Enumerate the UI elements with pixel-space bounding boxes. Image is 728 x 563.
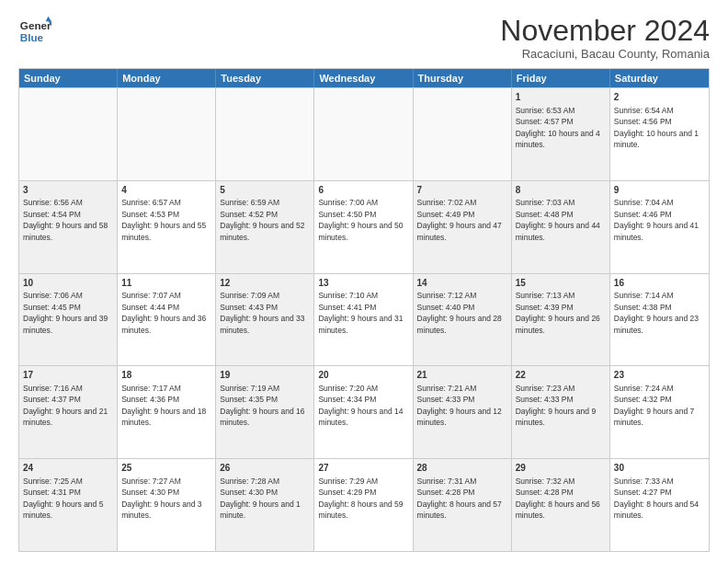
day-number: 20 xyxy=(318,369,408,382)
cell-info: Sunrise: 7:07 AM Sunset: 4:44 PM Dayligh… xyxy=(121,291,206,334)
header-wednesday: Wednesday xyxy=(314,69,413,87)
calendar-header: Sunday Monday Tuesday Wednesday Thursday… xyxy=(19,69,709,87)
cal-cell-1-0: 3Sunrise: 6:56 AM Sunset: 4:54 PM Daylig… xyxy=(19,181,118,273)
cal-cell-4-2: 26Sunrise: 7:28 AM Sunset: 4:30 PM Dayli… xyxy=(216,459,314,551)
logo: General Blue xyxy=(18,15,51,48)
day-number: 26 xyxy=(220,462,310,475)
cell-info: Sunrise: 7:32 AM Sunset: 4:28 PM Dayligh… xyxy=(516,477,600,520)
calendar-body: 1Sunrise: 6:53 AM Sunset: 4:57 PM Daylig… xyxy=(19,87,709,551)
calendar: Sunday Monday Tuesday Wednesday Thursday… xyxy=(18,68,710,552)
day-number: 5 xyxy=(220,184,310,197)
day-number: 29 xyxy=(516,462,606,475)
page: General Blue November 2024 Racaciuni, Ba… xyxy=(0,0,728,563)
cell-info: Sunrise: 7:33 AM Sunset: 4:27 PM Dayligh… xyxy=(614,477,699,520)
cell-info: Sunrise: 7:03 AM Sunset: 4:48 PM Dayligh… xyxy=(516,198,600,241)
day-number: 21 xyxy=(417,369,507,382)
cal-cell-3-2: 19Sunrise: 7:19 AM Sunset: 4:35 PM Dayli… xyxy=(216,366,314,458)
cell-info: Sunrise: 7:09 AM Sunset: 4:43 PM Dayligh… xyxy=(220,291,304,334)
header-saturday: Saturday xyxy=(610,69,709,87)
cell-info: Sunrise: 7:13 AM Sunset: 4:39 PM Dayligh… xyxy=(516,291,600,334)
cell-info: Sunrise: 7:16 AM Sunset: 4:37 PM Dayligh… xyxy=(23,384,108,427)
day-number: 19 xyxy=(220,369,310,382)
cal-cell-0-6: 2Sunrise: 6:54 AM Sunset: 4:56 PM Daylig… xyxy=(610,88,709,180)
calendar-row-0: 1Sunrise: 6:53 AM Sunset: 4:57 PM Daylig… xyxy=(19,87,709,180)
day-number: 2 xyxy=(614,91,705,104)
cal-cell-2-2: 12Sunrise: 7:09 AM Sunset: 4:43 PM Dayli… xyxy=(216,274,314,366)
header-friday: Friday xyxy=(512,69,610,87)
day-number: 8 xyxy=(516,184,606,197)
cell-info: Sunrise: 7:19 AM Sunset: 4:35 PM Dayligh… xyxy=(220,384,304,427)
day-number: 18 xyxy=(121,369,211,382)
day-number: 16 xyxy=(614,277,705,290)
cell-info: Sunrise: 7:04 AM Sunset: 4:46 PM Dayligh… xyxy=(614,198,699,241)
cell-info: Sunrise: 7:28 AM Sunset: 4:30 PM Dayligh… xyxy=(220,477,300,520)
cell-info: Sunrise: 7:27 AM Sunset: 4:30 PM Dayligh… xyxy=(121,477,201,520)
month-title: November 2024 xyxy=(500,15,710,47)
day-number: 14 xyxy=(417,277,507,290)
header-monday: Monday xyxy=(118,69,216,87)
day-number: 15 xyxy=(516,277,606,290)
calendar-row-3: 17Sunrise: 7:16 AM Sunset: 4:37 PM Dayli… xyxy=(19,365,709,458)
cal-cell-2-3: 13Sunrise: 7:10 AM Sunset: 4:41 PM Dayli… xyxy=(314,274,413,366)
cal-cell-2-5: 15Sunrise: 7:13 AM Sunset: 4:39 PM Dayli… xyxy=(512,274,610,366)
cell-info: Sunrise: 6:56 AM Sunset: 4:54 PM Dayligh… xyxy=(23,198,108,241)
cal-cell-1-5: 8Sunrise: 7:03 AM Sunset: 4:48 PM Daylig… xyxy=(512,181,610,273)
cell-info: Sunrise: 7:20 AM Sunset: 4:34 PM Dayligh… xyxy=(318,384,403,427)
cal-cell-4-5: 29Sunrise: 7:32 AM Sunset: 4:28 PM Dayli… xyxy=(512,459,610,551)
day-number: 30 xyxy=(614,462,705,475)
cell-info: Sunrise: 7:29 AM Sunset: 4:29 PM Dayligh… xyxy=(318,477,403,520)
day-number: 17 xyxy=(23,369,113,382)
cal-cell-0-3 xyxy=(314,88,413,180)
day-number: 12 xyxy=(220,277,310,290)
cal-cell-0-1 xyxy=(118,88,216,180)
calendar-row-2: 10Sunrise: 7:06 AM Sunset: 4:45 PM Dayli… xyxy=(19,273,709,366)
day-number: 28 xyxy=(417,462,507,475)
cell-info: Sunrise: 7:25 AM Sunset: 4:31 PM Dayligh… xyxy=(23,477,103,520)
location-subtitle: Racaciuni, Bacau County, Romania xyxy=(500,47,710,61)
cal-cell-2-0: 10Sunrise: 7:06 AM Sunset: 4:45 PM Dayli… xyxy=(19,274,118,366)
cell-info: Sunrise: 7:00 AM Sunset: 4:50 PM Dayligh… xyxy=(318,198,403,241)
cell-info: Sunrise: 7:23 AM Sunset: 4:33 PM Dayligh… xyxy=(516,384,596,427)
cell-info: Sunrise: 7:10 AM Sunset: 4:41 PM Dayligh… xyxy=(318,291,403,334)
header-tuesday: Tuesday xyxy=(216,69,314,87)
day-number: 3 xyxy=(23,184,113,197)
day-number: 1 xyxy=(516,91,606,104)
cell-info: Sunrise: 7:06 AM Sunset: 4:45 PM Dayligh… xyxy=(23,291,108,334)
cal-cell-1-3: 6Sunrise: 7:00 AM Sunset: 4:50 PM Daylig… xyxy=(314,181,413,273)
cal-cell-1-2: 5Sunrise: 6:59 AM Sunset: 4:52 PM Daylig… xyxy=(216,181,314,273)
cal-cell-3-5: 22Sunrise: 7:23 AM Sunset: 4:33 PM Dayli… xyxy=(512,366,610,458)
cell-info: Sunrise: 7:14 AM Sunset: 4:38 PM Dayligh… xyxy=(614,291,699,334)
cell-info: Sunrise: 7:02 AM Sunset: 4:49 PM Dayligh… xyxy=(417,198,502,241)
cal-cell-1-4: 7Sunrise: 7:02 AM Sunset: 4:49 PM Daylig… xyxy=(414,181,512,273)
calendar-row-1: 3Sunrise: 6:56 AM Sunset: 4:54 PM Daylig… xyxy=(19,180,709,273)
cell-info: Sunrise: 7:21 AM Sunset: 4:33 PM Dayligh… xyxy=(417,384,502,427)
day-number: 27 xyxy=(318,462,408,475)
day-number: 11 xyxy=(121,277,211,290)
cal-cell-4-4: 28Sunrise: 7:31 AM Sunset: 4:28 PM Dayli… xyxy=(414,459,512,551)
day-number: 23 xyxy=(614,369,705,382)
svg-text:Blue: Blue xyxy=(20,31,44,43)
cal-cell-4-0: 24Sunrise: 7:25 AM Sunset: 4:31 PM Dayli… xyxy=(19,459,118,551)
cal-cell-0-0 xyxy=(19,88,118,180)
day-number: 7 xyxy=(417,184,507,197)
day-number: 6 xyxy=(318,184,408,197)
header: General Blue November 2024 Racaciuni, Ba… xyxy=(18,15,710,61)
cal-cell-2-4: 14Sunrise: 7:12 AM Sunset: 4:40 PM Dayli… xyxy=(414,274,512,366)
cal-cell-3-3: 20Sunrise: 7:20 AM Sunset: 4:34 PM Dayli… xyxy=(314,366,413,458)
cal-cell-1-1: 4Sunrise: 6:57 AM Sunset: 4:53 PM Daylig… xyxy=(118,181,216,273)
cal-cell-4-1: 25Sunrise: 7:27 AM Sunset: 4:30 PM Dayli… xyxy=(118,459,216,551)
cell-info: Sunrise: 7:31 AM Sunset: 4:28 PM Dayligh… xyxy=(417,477,502,520)
header-sunday: Sunday xyxy=(19,69,118,87)
cell-info: Sunrise: 6:59 AM Sunset: 4:52 PM Dayligh… xyxy=(220,198,304,241)
cell-info: Sunrise: 6:54 AM Sunset: 4:56 PM Dayligh… xyxy=(614,106,699,149)
cal-cell-3-4: 21Sunrise: 7:21 AM Sunset: 4:33 PM Dayli… xyxy=(414,366,512,458)
cal-cell-1-6: 9Sunrise: 7:04 AM Sunset: 4:46 PM Daylig… xyxy=(610,181,709,273)
title-section: November 2024 Racaciuni, Bacau County, R… xyxy=(500,15,710,61)
cal-cell-2-1: 11Sunrise: 7:07 AM Sunset: 4:44 PM Dayli… xyxy=(118,274,216,366)
calendar-row-4: 24Sunrise: 7:25 AM Sunset: 4:31 PM Dayli… xyxy=(19,458,709,551)
cell-info: Sunrise: 7:24 AM Sunset: 4:32 PM Dayligh… xyxy=(614,384,694,427)
cal-cell-0-4 xyxy=(414,88,512,180)
day-number: 24 xyxy=(23,462,113,475)
logo-icon: General Blue xyxy=(18,15,51,48)
cal-cell-0-2 xyxy=(216,88,314,180)
